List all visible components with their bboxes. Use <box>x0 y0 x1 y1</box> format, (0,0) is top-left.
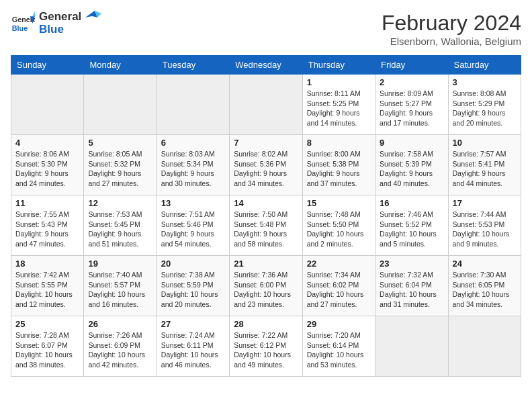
day-number: 19 <box>88 259 152 269</box>
day-info: Sunrise: 8:08 AM Sunset: 5:29 PM Dayligh… <box>453 89 517 128</box>
column-header-sunday: Sunday <box>11 56 84 75</box>
calendar-cell <box>375 316 448 377</box>
day-number: 1 <box>307 77 371 87</box>
day-info: Sunrise: 8:05 AM Sunset: 5:32 PM Dayligh… <box>88 149 152 189</box>
column-header-monday: Monday <box>84 56 157 75</box>
day-number: 15 <box>307 198 371 208</box>
day-number: 11 <box>15 198 79 208</box>
day-number: 10 <box>453 138 517 148</box>
calendar-cell <box>11 75 84 135</box>
day-info: Sunrise: 7:42 AM Sunset: 5:55 PM Dayligh… <box>15 270 79 310</box>
calendar-cell <box>230 75 302 135</box>
calendar-cell: 12Sunrise: 7:53 AM Sunset: 5:45 PM Dayli… <box>84 195 157 256</box>
calendar-cell: 25Sunrise: 7:28 AM Sunset: 6:07 PM Dayli… <box>11 316 84 377</box>
day-info: Sunrise: 7:38 AM Sunset: 5:59 PM Dayligh… <box>161 270 225 310</box>
calendar-cell: 3Sunrise: 8:08 AM Sunset: 5:29 PM Daylig… <box>448 75 521 135</box>
calendar-cell: 27Sunrise: 7:24 AM Sunset: 6:11 PM Dayli… <box>157 316 229 377</box>
day-info: Sunrise: 7:50 AM Sunset: 5:48 PM Dayligh… <box>234 210 298 249</box>
day-info: Sunrise: 7:58 AM Sunset: 5:39 PM Dayligh… <box>380 149 443 189</box>
day-info: Sunrise: 8:02 AM Sunset: 5:36 PM Dayligh… <box>234 149 298 189</box>
calendar-table: SundayMondayTuesdayWednesdayThursdayFrid… <box>11 55 521 377</box>
calendar-header-row: SundayMondayTuesdayWednesdayThursdayFrid… <box>11 56 521 75</box>
calendar-cell: 17Sunrise: 7:44 AM Sunset: 5:53 PM Dayli… <box>448 195 521 256</box>
day-info: Sunrise: 7:57 AM Sunset: 5:41 PM Dayligh… <box>453 149 517 189</box>
calendar-cell: 10Sunrise: 7:57 AM Sunset: 5:41 PM Dayli… <box>448 135 521 195</box>
day-info: Sunrise: 7:32 AM Sunset: 6:04 PM Dayligh… <box>380 270 443 310</box>
calendar-cell: 9Sunrise: 7:58 AM Sunset: 5:39 PM Daylig… <box>375 135 448 195</box>
day-number: 29 <box>307 319 371 329</box>
day-info: Sunrise: 8:00 AM Sunset: 5:38 PM Dayligh… <box>307 149 371 189</box>
day-number: 20 <box>161 259 225 269</box>
calendar-cell: 23Sunrise: 7:32 AM Sunset: 6:04 PM Dayli… <box>375 256 448 316</box>
calendar-cell: 26Sunrise: 7:26 AM Sunset: 6:09 PM Dayli… <box>84 316 157 377</box>
logo-blue-text: Blue <box>39 24 81 36</box>
day-number: 23 <box>380 259 443 269</box>
day-number: 2 <box>380 77 443 87</box>
day-info: Sunrise: 7:22 AM Sunset: 6:12 PM Dayligh… <box>234 330 298 370</box>
calendar-cell <box>157 75 229 135</box>
day-number: 14 <box>234 198 298 208</box>
calendar-cell: 8Sunrise: 8:00 AM Sunset: 5:38 PM Daylig… <box>302 135 375 195</box>
svg-marker-3 <box>32 11 35 16</box>
calendar-cell: 4Sunrise: 8:06 AM Sunset: 5:30 PM Daylig… <box>11 135 84 195</box>
day-number: 21 <box>234 259 298 269</box>
calendar-cell: 14Sunrise: 7:50 AM Sunset: 5:48 PM Dayli… <box>230 195 302 256</box>
day-number: 27 <box>161 319 225 329</box>
calendar-cell: 28Sunrise: 7:22 AM Sunset: 6:12 PM Dayli… <box>230 316 302 377</box>
day-info: Sunrise: 7:30 AM Sunset: 6:05 PM Dayligh… <box>453 270 517 310</box>
column-header-tuesday: Tuesday <box>157 56 229 75</box>
calendar-cell: 11Sunrise: 7:55 AM Sunset: 5:43 PM Dayli… <box>11 195 84 256</box>
day-number: 5 <box>88 138 152 148</box>
day-info: Sunrise: 7:40 AM Sunset: 5:57 PM Dayligh… <box>88 270 152 310</box>
day-number: 12 <box>88 198 152 208</box>
logo-icon: General Blue <box>11 11 35 36</box>
day-info: Sunrise: 7:51 AM Sunset: 5:46 PM Dayligh… <box>161 210 225 249</box>
week-row-4: 18Sunrise: 7:42 AM Sunset: 5:55 PM Dayli… <box>11 256 521 316</box>
logo-general-text: General <box>39 11 81 24</box>
day-info: Sunrise: 7:46 AM Sunset: 5:52 PM Dayligh… <box>380 210 443 249</box>
calendar-cell: 20Sunrise: 7:38 AM Sunset: 5:59 PM Dayli… <box>157 256 229 316</box>
svg-text:Blue: Blue <box>12 24 28 32</box>
day-number: 7 <box>234 138 298 148</box>
calendar-cell: 18Sunrise: 7:42 AM Sunset: 5:55 PM Dayli… <box>11 256 84 316</box>
column-header-saturday: Saturday <box>448 56 521 75</box>
calendar-cell: 21Sunrise: 7:36 AM Sunset: 6:00 PM Dayli… <box>230 256 302 316</box>
calendar-cell: 16Sunrise: 7:46 AM Sunset: 5:52 PM Dayli… <box>375 195 448 256</box>
calendar-cell <box>448 316 521 377</box>
day-number: 18 <box>15 259 79 269</box>
day-info: Sunrise: 7:55 AM Sunset: 5:43 PM Dayligh… <box>15 210 79 249</box>
calendar-cell: 5Sunrise: 8:05 AM Sunset: 5:32 PM Daylig… <box>84 135 157 195</box>
calendar-cell: 2Sunrise: 8:09 AM Sunset: 5:27 PM Daylig… <box>375 75 448 135</box>
day-info: Sunrise: 7:44 AM Sunset: 5:53 PM Dayligh… <box>453 210 517 249</box>
day-number: 8 <box>307 138 371 148</box>
day-number: 6 <box>161 138 225 148</box>
day-info: Sunrise: 8:11 AM Sunset: 5:25 PM Dayligh… <box>307 89 371 128</box>
calendar-cell: 1Sunrise: 8:11 AM Sunset: 5:25 PM Daylig… <box>302 75 375 135</box>
calendar-cell: 6Sunrise: 8:03 AM Sunset: 5:34 PM Daylig… <box>157 135 229 195</box>
day-number: 16 <box>380 198 443 208</box>
logo: General Blue General Blue <box>11 11 101 36</box>
day-number: 3 <box>453 77 517 87</box>
title-area: February 2024 Elsenborn, Wallonia, Belgi… <box>382 11 521 47</box>
day-info: Sunrise: 7:24 AM Sunset: 6:11 PM Dayligh… <box>161 330 225 370</box>
logo-bird-icon <box>85 11 101 31</box>
header: General Blue General Blue February 2024 … <box>11 11 521 47</box>
column-header-friday: Friday <box>375 56 448 75</box>
week-row-1: 1Sunrise: 8:11 AM Sunset: 5:25 PM Daylig… <box>11 75 521 135</box>
day-number: 25 <box>15 319 79 329</box>
calendar-cell <box>84 75 157 135</box>
day-number: 26 <box>88 319 152 329</box>
day-number: 17 <box>453 198 517 208</box>
main-title: February 2024 <box>382 11 521 36</box>
day-number: 28 <box>234 319 298 329</box>
calendar-cell: 7Sunrise: 8:02 AM Sunset: 5:36 PM Daylig… <box>230 135 302 195</box>
calendar-cell: 15Sunrise: 7:48 AM Sunset: 5:50 PM Dayli… <box>302 195 375 256</box>
day-info: Sunrise: 7:28 AM Sunset: 6:07 PM Dayligh… <box>15 330 79 370</box>
calendar-cell: 13Sunrise: 7:51 AM Sunset: 5:46 PM Dayli… <box>157 195 229 256</box>
day-info: Sunrise: 8:06 AM Sunset: 5:30 PM Dayligh… <box>15 149 79 189</box>
day-number: 22 <box>307 259 371 269</box>
day-number: 24 <box>453 259 517 269</box>
calendar-cell: 19Sunrise: 7:40 AM Sunset: 5:57 PM Dayli… <box>84 256 157 316</box>
day-number: 4 <box>15 138 79 148</box>
day-number: 13 <box>161 198 225 208</box>
